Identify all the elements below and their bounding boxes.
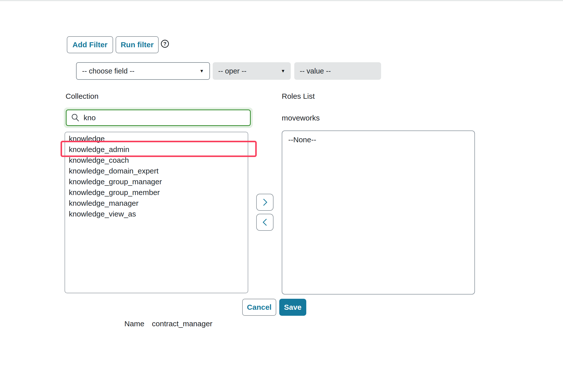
oper-dropdown[interactable]: -- oper -- ▼ (213, 62, 291, 80)
name-row: Name contract_manager (124, 320, 212, 328)
list-item[interactable]: knowledge_domain_expert (65, 166, 248, 176)
roles-list-item[interactable]: --None-- (288, 134, 474, 145)
name-label: Name (124, 320, 144, 328)
chevron-down-icon: ▼ (199, 68, 204, 74)
page-top-divider (0, 0, 563, 1)
move-left-button[interactable] (256, 214, 273, 231)
collection-search-focus-ring (64, 108, 253, 128)
list-item[interactable]: knowledge_view_as (65, 208, 248, 219)
list-item[interactable]: knowledge_group_manager (65, 176, 248, 187)
add-filter-button[interactable]: Add Filter (67, 36, 113, 53)
collection-search-input[interactable] (84, 114, 244, 122)
value-input[interactable] (294, 62, 381, 80)
cancel-button[interactable]: Cancel (242, 299, 276, 316)
list-item[interactable]: knowledge_manager (65, 198, 248, 208)
roles-listbox[interactable]: --None-- (282, 130, 475, 294)
save-button[interactable]: Save (279, 299, 306, 316)
name-value: contract_manager (152, 320, 212, 328)
collection-search-field[interactable] (66, 110, 251, 126)
run-filter-button[interactable]: Run filter (116, 36, 159, 53)
roles-list-title: Roles List (282, 92, 315, 100)
chevron-down-icon: ▼ (281, 68, 285, 74)
choose-field-dropdown[interactable]: -- choose field -- ▼ (76, 62, 210, 80)
list-item-highlighted[interactable]: knowledge_admin (65, 144, 248, 155)
chevron-right-icon (261, 198, 269, 206)
oper-value: -- oper -- (218, 67, 246, 75)
collection-title: Collection (66, 92, 99, 100)
search-icon (71, 114, 80, 122)
list-item[interactable]: knowledge_group_member (65, 187, 248, 198)
list-item[interactable]: knowledge (65, 133, 248, 144)
list-item[interactable]: knowledge_coach (65, 155, 248, 166)
choose-field-value: -- choose field -- (82, 67, 135, 75)
help-icon[interactable]: ? (161, 40, 169, 48)
collection-listbox[interactable]: knowledge knowledge_admin knowledge_coac… (65, 132, 248, 293)
tenant-label: moveworks (282, 114, 320, 122)
move-right-button[interactable] (256, 194, 273, 211)
chevron-left-icon (261, 218, 269, 226)
